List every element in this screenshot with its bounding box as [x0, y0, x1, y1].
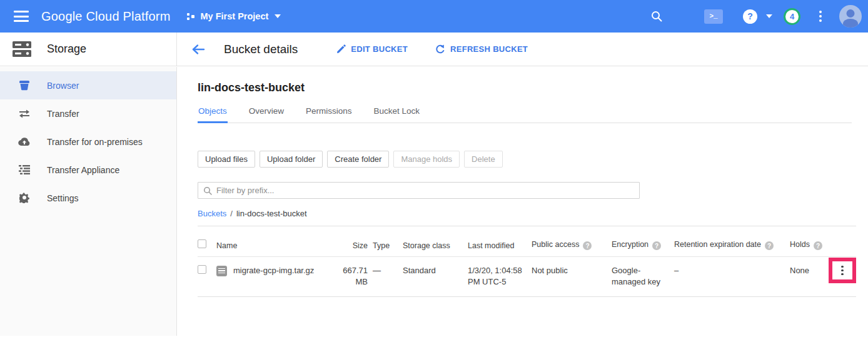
- bucket-name-title: lin-docs-test-bucket: [198, 81, 852, 94]
- column-header-encryption: Encryption?: [612, 226, 674, 257]
- edit-bucket-label: EDIT BUCKET: [351, 44, 408, 54]
- chevron-down-icon: [275, 14, 281, 18]
- tab-overview[interactable]: Overview: [248, 103, 285, 123]
- gear-icon: [18, 193, 31, 203]
- create-folder-button[interactable]: Create folder: [327, 151, 389, 168]
- delete-button[interactable]: Delete: [464, 151, 503, 168]
- project-icon: [187, 12, 196, 21]
- appliance-icon: [18, 165, 31, 174]
- refresh-bucket-button[interactable]: REFRESH BUCKET: [435, 44, 528, 54]
- cell-retention: –: [674, 257, 790, 297]
- section-header-row: Storage Bucket details EDIT BUCKET REFRE…: [0, 33, 868, 66]
- avatar[interactable]: [839, 5, 862, 28]
- sidebar-item-transfer[interactable]: Transfer: [0, 99, 176, 128]
- tab-bucket-lock[interactable]: Bucket Lock: [373, 103, 421, 123]
- breadcrumb-buckets-link[interactable]: Buckets: [198, 209, 226, 218]
- column-header-last-modified: Last modified: [468, 226, 532, 257]
- product-title: Storage: [47, 43, 86, 56]
- more-options-icon[interactable]: [817, 8, 824, 24]
- upload-files-button[interactable]: Upload files: [198, 151, 255, 168]
- transfer-arrows-icon: [18, 109, 31, 118]
- sidebar-item-label: Browser: [47, 81, 79, 91]
- cloud-upload-icon: [18, 138, 31, 146]
- row-checkbox[interactable]: [198, 265, 206, 274]
- bucket-details-panel: lin-docs-test-bucket Objects Overview Pe…: [178, 67, 868, 362]
- object-name-link[interactable]: migrate-gcp-img.tar.gz: [233, 265, 314, 276]
- row-actions-menu-icon[interactable]: [839, 264, 845, 278]
- page-header: Bucket details EDIT BUCKET REFRESH BUCKE…: [177, 33, 868, 66]
- column-header-storage-class: Storage class: [403, 226, 468, 257]
- upload-folder-button[interactable]: Upload folder: [260, 151, 323, 168]
- sidebar-item-transfer-appliance[interactable]: Transfer Appliance: [0, 156, 176, 184]
- edit-bucket-button[interactable]: EDIT BUCKET: [336, 44, 408, 54]
- help-icon[interactable]: ?: [652, 241, 661, 250]
- cell-public-access: Not public: [532, 257, 612, 297]
- page-title: Bucket details: [224, 43, 298, 56]
- column-header-type: Type: [373, 226, 403, 257]
- chevron-down-icon[interactable]: [766, 14, 772, 18]
- notifications-badge[interactable]: 4: [784, 8, 800, 25]
- breadcrumb: Buckets/lin-docs-test-bucket: [198, 209, 852, 218]
- sidebar-item-settings[interactable]: Settings: [0, 184, 176, 212]
- sidebar-item-label: Transfer: [47, 109, 79, 119]
- table-header-row: Name Size Type Storage class Last modifi…: [198, 226, 856, 257]
- table-row: migrate-gcp-img.tar.gz 667.71 MB — Stand…: [198, 257, 856, 297]
- bucket-tabs: Objects Overview Permissions Bucket Lock: [198, 103, 852, 123]
- filter-prefix-input[interactable]: [216, 186, 634, 195]
- refresh-bucket-label: REFRESH BUCKET: [450, 44, 528, 54]
- sidebar: Browser Transfer Transfer for on-premise…: [0, 67, 177, 336]
- storage-product-icon: [13, 41, 31, 58]
- search-icon[interactable]: [650, 10, 663, 23]
- menu-icon[interactable]: [14, 11, 29, 22]
- cell-type: —: [373, 257, 403, 297]
- top-app-bar: Google Cloud Platform My First Project >…: [0, 0, 868, 33]
- cell-last-modified: 1/3/20, 1:04:58 PM UTC-5: [468, 257, 532, 297]
- cloud-shell-icon[interactable]: >_: [704, 9, 723, 24]
- help-icon[interactable]: ?: [814, 241, 822, 250]
- bucket-icon: [18, 80, 31, 91]
- column-header-retention: Retention expiration date?: [674, 226, 790, 257]
- sidebar-item-label: Settings: [47, 193, 79, 203]
- sidebar-item-label: Transfer for on-premises: [47, 137, 143, 147]
- help-icon[interactable]: ?: [765, 241, 774, 250]
- breadcrumb-separator: /: [230, 209, 233, 218]
- back-arrow-icon[interactable]: [191, 44, 205, 55]
- cell-storage-class: Standard: [403, 257, 468, 297]
- product-header: Storage: [0, 33, 177, 66]
- select-all-checkbox[interactable]: [198, 239, 206, 248]
- project-switcher[interactable]: My First Project: [187, 11, 281, 21]
- project-name: My First Project: [201, 11, 269, 21]
- sidebar-item-browser[interactable]: Browser: [0, 71, 176, 99]
- column-header-holds: Holds?: [790, 226, 829, 257]
- sidebar-item-label: Transfer Appliance: [47, 165, 119, 175]
- manage-holds-button[interactable]: Manage holds: [393, 151, 460, 168]
- cell-holds: None: [790, 257, 829, 297]
- column-header-size: Size: [335, 226, 373, 257]
- cell-encryption: Google-managed key: [612, 257, 674, 297]
- pencil-icon: [336, 44, 346, 54]
- gcp-console: Google Cloud Platform My First Project >…: [0, 0, 868, 362]
- column-header-name: Name: [216, 226, 335, 257]
- column-header-public-access: Public access?: [532, 226, 612, 257]
- filter-by-prefix-box: [198, 182, 640, 199]
- help-icon[interactable]: ?: [743, 9, 757, 24]
- breadcrumb-current: lin-docs-test-bucket: [236, 209, 307, 218]
- objects-table: Name Size Type Storage class Last modifi…: [198, 226, 856, 297]
- tab-permissions[interactable]: Permissions: [305, 103, 353, 123]
- annotation-highlight: [829, 258, 856, 283]
- tab-objects[interactable]: Objects: [198, 103, 228, 123]
- sidebar-item-transfer-on-premises[interactable]: Transfer for on-premises: [0, 128, 176, 156]
- search-icon: [203, 186, 212, 195]
- file-icon: [216, 266, 227, 276]
- brand-logo[interactable]: Google Cloud Platform: [41, 9, 171, 24]
- help-icon[interactable]: ?: [583, 241, 592, 250]
- object-toolbar: Upload files Upload folder Create folder…: [198, 151, 852, 168]
- refresh-icon: [435, 44, 445, 54]
- cell-size: 667.71 MB: [335, 257, 373, 297]
